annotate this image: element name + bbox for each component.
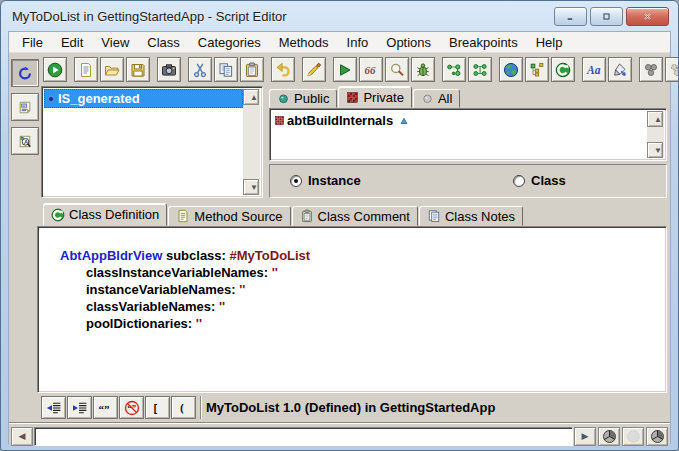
tab-class-notes[interactable]: Class Notes	[419, 206, 523, 226]
parts-outline-button[interactable]	[665, 57, 679, 82]
methods-list[interactable]: abtBuildInternals ▲▼	[269, 108, 667, 161]
square-brackets-button[interactable]: [ ]	[145, 396, 170, 419]
font-settings-button[interactable]: Aa	[582, 57, 606, 82]
part-hierarchy-icon	[529, 62, 545, 78]
tab-label: All	[438, 91, 452, 106]
class-cycle-button[interactable]	[551, 57, 575, 82]
browse-glasses-button[interactable]: 66	[359, 57, 383, 82]
snapshot-camera-button[interactable]	[157, 57, 181, 82]
methods-list-body: abtBuildInternals	[272, 111, 647, 158]
cut-button[interactable]	[188, 57, 212, 82]
undo-button[interactable]	[271, 57, 295, 82]
menu-help[interactable]: Help	[527, 33, 572, 52]
scroll-left-button[interactable]: ◀	[11, 427, 33, 446]
radio-label: Class	[531, 173, 566, 188]
tab-class-comment[interactable]: Class Comment	[292, 206, 418, 226]
code-token-symbol: ''	[239, 282, 245, 297]
tab-label: Class Comment	[318, 209, 410, 224]
parts-list[interactable]: IS_generated ▲▼	[41, 86, 263, 198]
open-file-button[interactable]	[100, 57, 124, 82]
menu-file[interactable]: File	[13, 33, 52, 52]
link-parts-icon	[446, 62, 462, 78]
parts-solid-button[interactable]	[639, 57, 663, 82]
menu-options[interactable]: Options	[377, 33, 440, 52]
indent-left-button[interactable]	[41, 396, 66, 419]
paste-button[interactable]	[240, 57, 264, 82]
scroll-down-button[interactable]: ▼	[647, 142, 663, 158]
dial-right-indicator[interactable]	[646, 427, 668, 446]
copy-button[interactable]	[214, 57, 238, 82]
parentheses-icon: ( )	[176, 400, 192, 416]
indent-right-button[interactable]	[67, 396, 92, 419]
blue-dot-icon	[46, 94, 56, 104]
debug-bug-button[interactable]	[411, 57, 435, 82]
client-area: FileEditViewClassCategoriesMethodsInfoOp…	[8, 31, 671, 444]
debug-bug-icon	[415, 62, 431, 78]
tab-private[interactable]: Private	[338, 86, 411, 108]
highlight-marker-button[interactable]	[302, 57, 326, 82]
radio-class[interactable]: Class	[513, 173, 566, 188]
radio-circle	[290, 175, 302, 187]
save-button[interactable]	[126, 57, 150, 82]
tab-public[interactable]: Public	[269, 89, 337, 108]
dial-left-icon	[602, 429, 617, 444]
find-text-button[interactable]: A	[11, 127, 39, 155]
svg-text:Aa: Aa	[586, 64, 601, 76]
bottom-separator	[9, 422, 670, 424]
dial-left-indicator[interactable]	[598, 427, 620, 446]
public-sphere-icon	[277, 92, 290, 105]
link-parts-tree-button[interactable]	[468, 57, 492, 82]
execute-button[interactable]	[43, 57, 67, 82]
web-globe-icon	[503, 62, 519, 78]
run-play-button[interactable]	[333, 57, 357, 82]
menu-class[interactable]: Class	[138, 33, 189, 52]
inspect-magnifier-button[interactable]	[385, 57, 409, 82]
menu-methods[interactable]: Methods	[270, 33, 338, 52]
tab-method-source[interactable]: Method Source	[168, 206, 290, 226]
maximize-button[interactable]	[590, 7, 623, 26]
menu-categories[interactable]: Categories	[189, 33, 270, 52]
parts-list-scrollbar[interactable]: ▲▼	[243, 89, 260, 195]
menu-breakpoints[interactable]: Breakpoints	[440, 33, 527, 52]
radio-instance[interactable]: Instance	[290, 173, 361, 188]
methods-list-scrollbar[interactable]: ▲▼	[647, 111, 664, 158]
scroll-up-button[interactable]: ▲	[243, 89, 259, 105]
indent-right-icon	[72, 400, 88, 416]
color-fill-button[interactable]	[608, 57, 632, 82]
dial-dither-indicator[interactable]	[622, 427, 644, 446]
web-globe-button[interactable]	[499, 57, 523, 82]
tab-class-definition[interactable]: Class Definition	[43, 203, 167, 226]
scroll-up-button[interactable]: ▲	[647, 111, 663, 127]
tab-all[interactable]: All	[413, 89, 460, 108]
scroll-down-button[interactable]: ▼	[243, 179, 259, 195]
minimize-button[interactable]	[554, 7, 587, 26]
toolbar-group	[442, 57, 492, 82]
code-token-plain: instanceVariableNames:	[86, 282, 239, 297]
scroll-right-button[interactable]: ▶	[574, 427, 596, 446]
script-note-button[interactable]	[11, 93, 39, 121]
link-parts-button[interactable]	[442, 57, 466, 82]
titlebar[interactable]: MyToDoList in GettingStartedApp - Script…	[1, 1, 678, 31]
class-cycle-icon	[51, 208, 65, 222]
menu-edit[interactable]: Edit	[52, 33, 92, 52]
menu-info[interactable]: Info	[338, 33, 378, 52]
no-quotes-button[interactable]: “”	[119, 396, 144, 419]
quotes-button[interactable]: “”	[93, 396, 118, 419]
parts-list-item[interactable]: IS_generated	[44, 89, 243, 108]
parts-list-item-label: IS_generated	[58, 91, 140, 106]
part-hierarchy-button[interactable]	[525, 57, 549, 82]
status-indicators	[596, 427, 668, 446]
square-brackets-icon: [ ]	[150, 400, 166, 416]
menu-view[interactable]: View	[92, 33, 138, 52]
cycle-arrow-button[interactable]	[11, 59, 39, 87]
execute-icon	[47, 62, 63, 78]
message-field[interactable]	[34, 427, 573, 446]
toolbar-group	[43, 57, 67, 82]
methods-list-item[interactable]: abtBuildInternals	[272, 111, 647, 130]
code-token-plain: classInstanceVariableNames:	[86, 265, 272, 280]
new-document-icon	[78, 62, 94, 78]
parentheses-button[interactable]: ( )	[171, 396, 196, 419]
new-document-button[interactable]	[74, 57, 98, 82]
code-editor[interactable]: AbtAppBldrView subclass: #MyToDoListclas…	[37, 226, 667, 393]
close-button[interactable]	[626, 7, 669, 26]
